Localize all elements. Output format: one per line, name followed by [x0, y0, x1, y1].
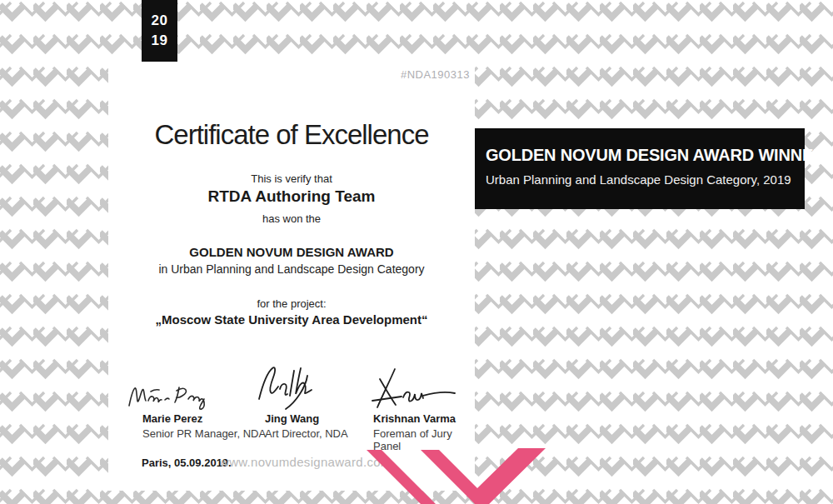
signature-block-krishnan-varma: Krishnan Varma Foreman of Jury Panel	[373, 366, 475, 452]
award-category-line: in Urban Planning and Landscape Design C…	[108, 262, 475, 276]
marie-perez-signature-icon	[127, 381, 227, 411]
signatory-role: Foreman of Jury Panel	[373, 427, 475, 452]
intro-line: This is verify that	[108, 172, 475, 185]
signatory-name: Marie Perez	[142, 412, 266, 425]
project-label: for the project:	[108, 297, 475, 310]
winner-banner-title: GOLDEN NOVUM DESIGN AWARD WINNER	[486, 146, 796, 165]
jing-wang-signature-icon	[254, 364, 329, 411]
certificate-title: Certificate of Excellence	[108, 119, 475, 151]
signature-block-marie-perez: Marie Perez Senior PR Manager, NDA	[142, 381, 266, 440]
certificate-panel: #NDA190313 Certificate of Excellence Thi…	[108, 62, 475, 491]
year-badge-bottom: 19	[152, 31, 168, 51]
signatory-role: Senior PR Manager, NDA	[142, 427, 266, 440]
award-name: GOLDEN NOVUM DESIGN AWARD	[108, 245, 475, 259]
website-text: www.novumdesignaward.com	[220, 455, 392, 469]
krishnan-varma-signature-icon	[370, 366, 457, 411]
recipient-name: RTDA Authoring Team	[108, 187, 475, 206]
signatory-role: Art Director, NDA	[265, 427, 348, 440]
certificate-serial-number: #NDA190313	[401, 68, 470, 81]
signatory-name: Jing Wang	[265, 412, 348, 425]
winner-banner-subtitle: Urban Planning and Landscape Design Cate…	[486, 172, 796, 187]
project-name: „Moscow State University Area Developmen…	[108, 312, 475, 327]
place-and-date: Paris, 05.09.2019.	[142, 457, 232, 469]
year-badge: 20 19	[142, 0, 177, 62]
signatory-name: Krishnan Varma	[373, 412, 475, 425]
signature-block-jing-wang: Jing Wang Art Director, NDA	[265, 364, 348, 440]
has-won-line: has won the	[108, 212, 475, 225]
year-badge-top: 20	[152, 11, 168, 31]
winner-banner: GOLDEN NOVUM DESIGN AWARD WINNER Urban P…	[475, 128, 805, 209]
